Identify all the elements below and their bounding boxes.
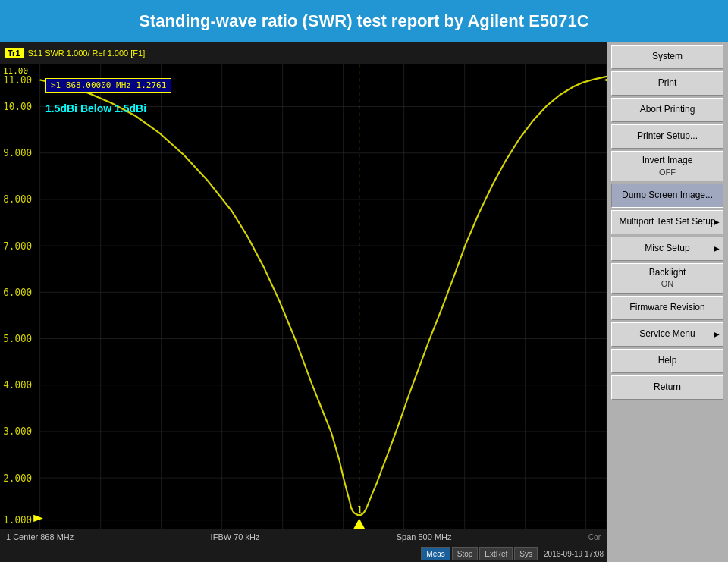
svg-text:1.000: 1.000: [3, 514, 32, 526]
chart-info: S11 SWR 1.000/ Ref 1.000 [F1]: [28, 49, 146, 58]
sidebar-btn-label-abort-printing: Abort Printing: [640, 104, 695, 116]
sidebar-btn-printer-setup[interactable]: Printer Setup...: [611, 124, 723, 149]
svg-text:2.000: 2.000: [3, 472, 32, 484]
sidebar-btn-dump-screen[interactable]: Dump Screen Image...: [611, 184, 723, 208]
chart-bottom-bar: 1 Center 868 MHz IFBW 70 kHz Span 500 MH…: [0, 529, 607, 545]
chart-body: 11.00 >1 868.00000 MHz 1.2761 1.5dBi Bel…: [0, 64, 607, 529]
svg-marker-24: [33, 515, 43, 522]
sidebar-btn-print[interactable]: Print: [611, 71, 723, 96]
bottom-right-label: Span 500 MHz: [397, 532, 452, 542]
svg-text:5.000: 5.000: [3, 333, 32, 345]
sidebar-btn-label-service: Service Menu: [639, 328, 695, 341]
chart-top-bar: Tr1 S11 SWR 1.000/ Ref 1.000 [F1]: [0, 42, 607, 64]
sidebar-btn-label-help: Help: [658, 355, 677, 367]
bottom-left-label: 1 Center 868 MHz: [6, 532, 74, 542]
annotation-text: 1.5dBi Below 1.5dBi: [46, 102, 146, 115]
sidebar-btn-backlight[interactable]: BacklightON: [611, 263, 723, 294]
sys-status[interactable]: Sys: [514, 547, 538, 560]
sidebar-btn-service[interactable]: Service Menu: [611, 322, 723, 347]
sidebar-btn-label-firmware: Firmware Revision: [629, 302, 704, 314]
sidebar-btn-label-misc-setup: Misc Setup: [645, 243, 689, 255]
svg-text:1: 1: [357, 504, 363, 516]
svg-text:6.000: 6.000: [3, 286, 32, 298]
sidebar-btn-system[interactable]: System: [611, 45, 723, 69]
svg-text:9.000: 9.000: [3, 147, 32, 159]
svg-text:7.000: 7.000: [3, 240, 32, 252]
svg-text:11.00: 11.00: [3, 74, 32, 86]
marker-box: >1 868.00000 MHz 1.2761: [46, 78, 171, 93]
svg-text:10.00: 10.00: [3, 101, 32, 113]
timestamp: 2016-09-19 17:08: [544, 550, 604, 558]
sidebar-btn-label-return: Return: [654, 381, 681, 394]
bottom-center-label: IFBW 70 kHz: [211, 532, 260, 542]
sidebar-btn-invert-image[interactable]: Invert ImageOFF: [611, 151, 723, 181]
sidebar-btn-multiport[interactable]: Multiport Test Set Setup: [611, 210, 723, 234]
sidebar-btn-firmware[interactable]: Firmware Revision: [611, 296, 723, 320]
trace-label: Tr1: [5, 48, 24, 58]
sidebar: SystemPrintAbort PrintingPrinter Setup..…: [607, 42, 728, 562]
meas-status[interactable]: Meas: [421, 547, 450, 560]
svg-text:4.000: 4.000: [3, 379, 32, 391]
page-title: Standing-wave ratio (SWR) test report by…: [139, 11, 588, 31]
sidebar-btn-label-print: Print: [658, 77, 677, 89]
svg-text:8.000: 8.000: [3, 193, 32, 206]
sidebar-btn-label-invert-image: Invert Image: [642, 155, 693, 167]
stop-status[interactable]: Stop: [452, 547, 479, 560]
sidebar-btn-label-backlight: Backlight: [649, 267, 686, 279]
svg-text:3.000: 3.000: [3, 425, 32, 438]
sidebar-btn-help[interactable]: Help: [611, 349, 723, 373]
sidebar-btn-label-dump-screen: Dump Screen Image...: [622, 190, 713, 202]
main-area: Tr1 S11 SWR 1.000/ Ref 1.000 [F1] 11.00 …: [0, 42, 728, 562]
sidebar-sub-invert-image: OFF: [659, 167, 676, 177]
extref-status[interactable]: ExtRef: [479, 547, 513, 560]
sidebar-btn-label-system: System: [652, 51, 682, 63]
chart-container: Tr1 S11 SWR 1.000/ Ref 1.000 [F1] 11.00 …: [0, 42, 607, 562]
header: Standing-wave ratio (SWR) test report by…: [0, 0, 728, 42]
sidebar-btn-label-printer-setup: Printer Setup...: [637, 130, 698, 143]
sidebar-btn-label-multiport: Multiport Test Set Setup: [619, 216, 715, 228]
chart-svg: 1 10.00 9.000 8.000 7.000 6.000 5.000 4.…: [0, 64, 607, 529]
sidebar-sub-backlight: ON: [661, 278, 674, 289]
sidebar-btn-misc-setup[interactable]: Misc Setup: [611, 237, 723, 261]
sidebar-btn-abort-printing[interactable]: Abort Printing: [611, 98, 723, 122]
sidebar-btn-return[interactable]: Return: [611, 375, 723, 400]
status-bar: Meas Stop ExtRef Sys 2016-09-19 17:08: [0, 545, 607, 562]
